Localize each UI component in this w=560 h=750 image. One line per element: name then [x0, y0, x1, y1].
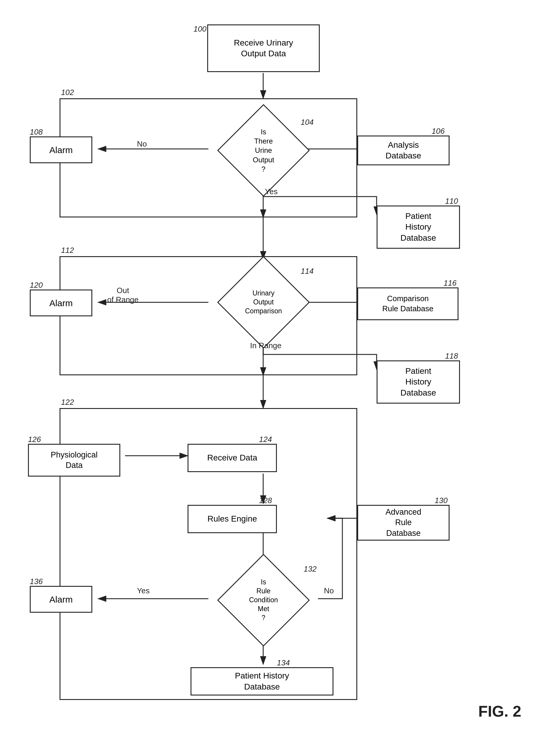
ref-114: 114 [301, 267, 314, 276]
patient-hist3-box: Patient History Database [191, 667, 334, 695]
alarm2-box: Alarm [30, 290, 92, 316]
advanced-rule-db-box: AdvancedRuleDatabase [357, 505, 449, 540]
ref-102: 102 [61, 88, 74, 97]
ref-126: 126 [28, 435, 41, 444]
ref-116: 116 [444, 278, 456, 288]
in-range-label: In Range [250, 341, 282, 350]
is-urine-output-diamond [217, 104, 309, 197]
physiological-data-box: Physiological Data [28, 444, 120, 477]
ref-118: 118 [445, 352, 458, 361]
yes-label-3: Yes [137, 586, 149, 595]
receive-urinary-box: Receive Urinary Output Data [207, 24, 320, 72]
is-rule-condition-diamond [217, 554, 309, 646]
ref-122: 122 [61, 398, 74, 407]
rules-engine-box: Rules Engine [187, 505, 277, 533]
comparison-rule-db-box: Comparison Rule Database [357, 288, 459, 320]
yes-label-1: Yes [265, 187, 278, 196]
patient-hist2-box: Patient History Database [377, 360, 460, 403]
alarm1-box: Alarm [30, 136, 92, 163]
no-label-1: No [137, 139, 147, 149]
ref-112: 112 [61, 246, 74, 255]
is-rule-condition-wrapper: Is Rule Condition Met ? [208, 563, 319, 637]
ref-136: 136 [30, 577, 43, 586]
alarm3-box: Alarm [30, 586, 92, 613]
out-of-range-label: Out of Range [107, 286, 139, 304]
ref-132: 132 [304, 565, 317, 574]
receive-data-box: Receive Data [187, 444, 277, 472]
ref-134: 134 [277, 658, 290, 668]
ref-130: 130 [435, 496, 447, 505]
no-label-3: No [324, 586, 334, 595]
ref-120: 120 [30, 281, 43, 290]
ref-108: 108 [30, 127, 43, 137]
ref-104: 104 [301, 118, 314, 127]
ref-110: 110 [445, 197, 458, 206]
urinary-comparison-diamond [217, 256, 309, 349]
ref-128: 128 [259, 496, 272, 505]
patient-hist1-box: Patient History Database [377, 205, 460, 249]
ref-124: 124 [259, 435, 272, 444]
fig-label: FIG. 2 [478, 702, 521, 720]
ref-100: 100 [194, 24, 206, 34]
diagram-container: 102 112 122 Receive Urinary Output Data … [0, 0, 560, 750]
ref-106: 106 [432, 126, 444, 136]
urinary-comparison-wrapper: Urinary Output Comparison [208, 265, 319, 339]
analysis-db-box: Analysis Database [357, 136, 449, 165]
